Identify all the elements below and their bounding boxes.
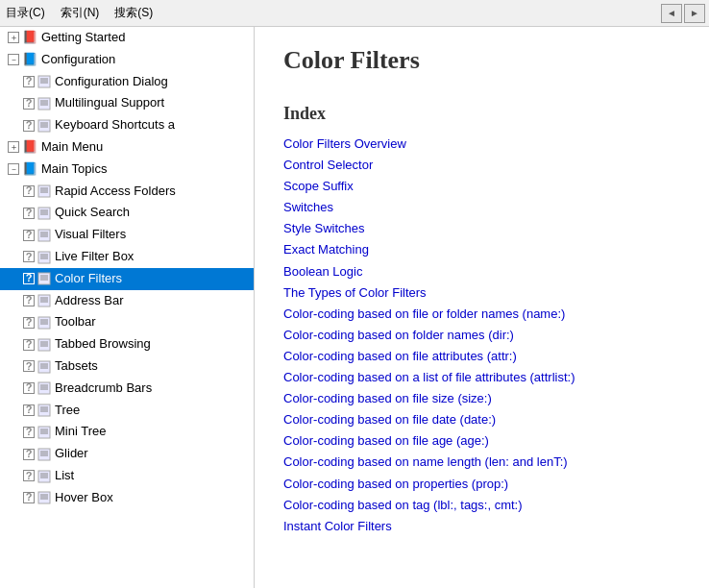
list-item: The Types of Color Filters bbox=[283, 282, 680, 304]
expand-icon: ? bbox=[23, 120, 35, 132]
index-link[interactable]: Color-coding based on file date (date:) bbox=[283, 412, 496, 427]
list-item: Color-coding based on file attributes (a… bbox=[283, 346, 680, 367]
tree-item-visual-filters[interactable]: ? Visual Filters bbox=[0, 224, 254, 246]
tree-item-live-filter-box[interactable]: ? Live Filter Box bbox=[0, 246, 254, 268]
index-link[interactable]: Color-coding based on folder names (dir:… bbox=[283, 328, 514, 342]
tree-item-glider[interactable]: ? Glider bbox=[0, 443, 254, 465]
nav-next-button[interactable]: ► bbox=[684, 4, 705, 23]
tree-item-label: Configuration Dialog bbox=[55, 72, 168, 92]
nav-prev-button[interactable]: ◄ bbox=[661, 4, 682, 23]
svg-rect-24 bbox=[38, 252, 50, 263]
tree-item-label: Tree bbox=[55, 401, 80, 421]
tree-item-keyboard-shortcuts[interactable]: ? Keyboard Shortcuts a bbox=[0, 114, 254, 136]
nav-buttons: ◄ ► bbox=[661, 4, 705, 23]
expand-icon: ? bbox=[23, 98, 35, 110]
svg-rect-12 bbox=[38, 185, 50, 197]
tree-item-main-topics[interactable]: －📘Main Topics bbox=[0, 159, 254, 181]
list-item: Color-coding based on folder names (dir:… bbox=[283, 325, 680, 346]
index-link[interactable]: Color-coding based on file size (size:) bbox=[283, 391, 492, 405]
tree-item-icon bbox=[37, 356, 51, 377]
tree-item-quick-search[interactable]: ? Quick Search bbox=[0, 202, 254, 224]
tree-item-configuration[interactable]: －📘Configuration bbox=[0, 49, 254, 71]
list-item: Color Filters Overview bbox=[283, 134, 680, 155]
index-link[interactable]: Color-coding based on properties (prop:) bbox=[283, 477, 508, 491]
tree-item-icon: 📘 bbox=[22, 159, 37, 180]
tree-item-tree[interactable]: ? Tree bbox=[0, 400, 254, 422]
expand-icon: － bbox=[8, 163, 19, 175]
expand-icon: ? bbox=[23, 339, 35, 351]
toolbar: 目录(C) 索引(N) 搜索(S) ◄ ► bbox=[0, 0, 709, 27]
list-item: Color-coding based on tag (lbl:, tags:, … bbox=[283, 495, 680, 516]
search-button[interactable]: 搜索(S) bbox=[112, 5, 155, 21]
svg-rect-56 bbox=[38, 427, 50, 438]
menu-button[interactable]: 目录(C) bbox=[4, 5, 47, 21]
index-section: Index Color Filters OverviewControl Sele… bbox=[283, 104, 680, 537]
index-link[interactable]: Exact Matching bbox=[283, 242, 369, 257]
tree-item-main-menu[interactable]: ＋📕Main Menu bbox=[0, 136, 254, 159]
expand-icon: ? bbox=[23, 360, 35, 372]
page-title: Color Filters bbox=[283, 46, 680, 75]
index-link[interactable]: Color-coding based on file or folder nam… bbox=[283, 306, 565, 321]
expand-icon: ? bbox=[23, 427, 35, 438]
tree-item-toolbar[interactable]: ? Toolbar bbox=[0, 311, 254, 333]
tree-item-list[interactable]: ? List bbox=[0, 465, 254, 487]
tree-item-icon bbox=[37, 334, 51, 355]
expand-icon: ? bbox=[23, 404, 35, 416]
tree-item-color-filters[interactable]: ? Color Filters bbox=[0, 268, 254, 290]
tree-item-icon bbox=[37, 401, 51, 421]
tree-item-hover-box[interactable]: ? Hover Box bbox=[0, 487, 254, 509]
svg-rect-52 bbox=[38, 404, 50, 416]
tree-item-icon bbox=[37, 291, 51, 311]
expand-icon: ? bbox=[23, 251, 35, 262]
index-link[interactable]: Scope Suffix bbox=[283, 179, 354, 193]
list-item: Color-coding based on file size (size:) bbox=[283, 388, 680, 409]
tree-item-icon bbox=[37, 379, 51, 399]
tree-item-label: Address Bar bbox=[55, 291, 124, 311]
index-button[interactable]: 索引(N) bbox=[59, 5, 102, 21]
tree-item-tabsets[interactable]: ? Tabsets bbox=[0, 355, 254, 378]
index-link[interactable]: Color-coding based on name length (len: … bbox=[283, 454, 568, 469]
index-link[interactable]: Control Selector bbox=[283, 158, 373, 172]
svg-rect-20 bbox=[38, 230, 50, 241]
tree-item-tabbed-browsing[interactable]: ? Tabbed Browsing bbox=[0, 333, 254, 355]
svg-rect-0 bbox=[38, 76, 50, 87]
expand-icon: ? bbox=[23, 317, 35, 329]
list-item: Color-coding based on file or folder nam… bbox=[283, 304, 680, 325]
tree-item-icon bbox=[37, 115, 51, 135]
tree-item-label: Main Menu bbox=[41, 137, 103, 158]
tree-item-breadcrumb-bars[interactable]: ? Breadcrumb Bars bbox=[0, 378, 254, 400]
tree-item-icon bbox=[37, 225, 51, 245]
svg-rect-44 bbox=[38, 361, 50, 373]
tree-item-icon bbox=[37, 269, 51, 289]
list-item: Boolean Logic bbox=[283, 261, 680, 282]
svg-rect-64 bbox=[38, 471, 50, 482]
index-link[interactable]: Instant Color Filters bbox=[283, 519, 392, 533]
list-item: Style Switches bbox=[283, 218, 680, 239]
tree-item-icon bbox=[37, 247, 51, 267]
tree-item-label: Getting Started bbox=[41, 28, 125, 48]
svg-rect-16 bbox=[38, 208, 50, 219]
tree-item-address-bar[interactable]: ? Address Bar bbox=[0, 290, 254, 312]
index-link[interactable]: The Types of Color Filters bbox=[283, 285, 427, 300]
tree-item-rapid-access-folders[interactable]: ? Rapid Access Folders bbox=[0, 181, 254, 203]
svg-rect-40 bbox=[38, 339, 50, 351]
index-heading: Index bbox=[283, 104, 680, 124]
tree-item-label: Glider bbox=[55, 444, 88, 464]
list-item: Scope Suffix bbox=[283, 176, 680, 197]
index-link[interactable]: Switches bbox=[283, 200, 333, 214]
index-link[interactable]: Color Filters Overview bbox=[283, 136, 406, 151]
index-link[interactable]: Color-coding based on tag (lbl:, tags:, … bbox=[283, 498, 523, 512]
tree-item-label: Quick Search bbox=[55, 203, 130, 223]
tree-item-configuration-dialog[interactable]: ? Configuration Dialog bbox=[0, 71, 254, 93]
index-link[interactable]: Color-coding based on file age (age:) bbox=[283, 433, 489, 448]
index-link[interactable]: Color-coding based on file attributes (a… bbox=[283, 349, 517, 363]
tree-item-icon bbox=[37, 422, 51, 442]
index-link[interactable]: Color-coding based on a list of file att… bbox=[283, 370, 575, 384]
index-link[interactable]: Style Switches bbox=[283, 221, 365, 235]
expand-icon: ? bbox=[23, 492, 35, 503]
expand-icon: ? bbox=[23, 449, 35, 460]
tree-item-mini-tree[interactable]: ? Mini Tree bbox=[0, 421, 254, 443]
index-link[interactable]: Boolean Logic bbox=[283, 264, 362, 279]
tree-item-multilingual-support[interactable]: ? Multilingual Support bbox=[0, 92, 254, 114]
tree-item-getting-started[interactable]: ＋📕Getting Started bbox=[0, 27, 254, 49]
